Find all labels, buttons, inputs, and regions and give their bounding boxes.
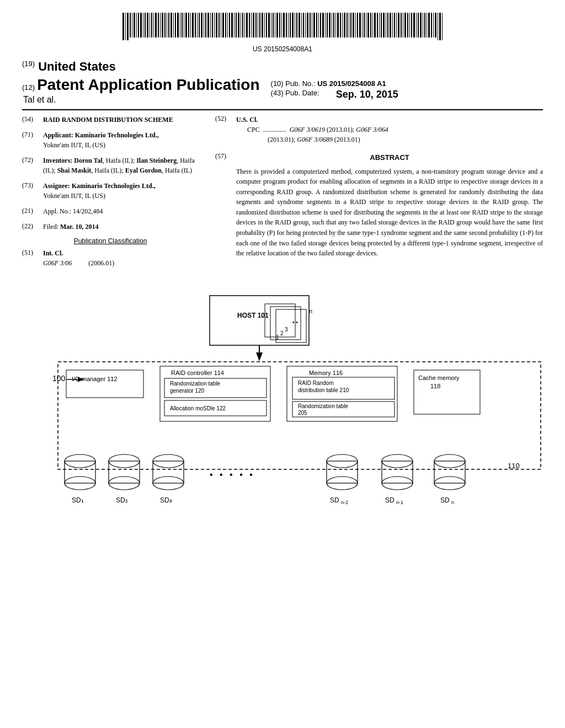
- svg-rect-142: [431, 13, 432, 38]
- svg-rect-31: [190, 13, 191, 38]
- svg-rect-9: [143, 13, 143, 38]
- svg-rect-116: [374, 13, 376, 38]
- field-21-num: (21): [22, 206, 43, 216]
- svg-rect-39: [207, 13, 209, 38]
- svg-rect-134: [413, 13, 415, 38]
- rand-table-205-line2: 205: [298, 410, 307, 416]
- raid-controller-label: RAID controller 114: [171, 370, 224, 376]
- svg-rect-94: [327, 13, 328, 38]
- field-57-content: ABSTRACT There is provided a computerize…: [236, 152, 543, 259]
- svg-rect-118: [379, 13, 380, 38]
- svg-rect-72: [279, 13, 280, 38]
- svg-rect-108: [357, 13, 358, 38]
- pub-no-line: (10) Pub. No.: US 2015/0254008 A1: [271, 79, 398, 88]
- field-72: (72) Inventors: Doron Tal, Haifa (IL); I…: [22, 156, 199, 175]
- svg-rect-34: [197, 13, 198, 38]
- host-label: HOST 101: [237, 312, 269, 319]
- field-71-content: Applicant: Kaminario Technologies Ltd., …: [43, 130, 199, 150]
- inventor-line: Tal et al.: [23, 95, 260, 105]
- svg-rect-8: [140, 13, 142, 38]
- svg-rect-135: [416, 13, 417, 38]
- svg-rect-12: [150, 13, 150, 38]
- svg-rect-52: [236, 13, 237, 38]
- svg-rect-147: [442, 13, 443, 40]
- sdn2-label: SD: [330, 496, 339, 504]
- country-line: (19) United States: [22, 60, 543, 74]
- svg-rect-129: [403, 13, 403, 38]
- field-21-label: Appl. No.:: [43, 207, 71, 215]
- field-57-num: (57): [215, 152, 236, 259]
- field-73-num: (73): [22, 181, 43, 201]
- svg-rect-60: [253, 13, 254, 38]
- svg-rect-54: [241, 13, 241, 38]
- svg-rect-7: [138, 13, 139, 38]
- field-73-label: Assignee:: [43, 182, 70, 190]
- diagram-section: 100 HOST 101 n 3 2 1 • • 110 I/O manager…: [0, 285, 565, 507]
- svg-rect-30: [188, 13, 189, 38]
- sd-dots: • • • • •: [210, 470, 255, 479]
- svg-rect-18: [162, 13, 163, 38]
- svg-rect-98: [335, 13, 336, 38]
- svg-rect-104: [349, 13, 349, 38]
- barcode-image: [117, 10, 448, 43]
- sdn-subscript: n: [451, 500, 454, 505]
- allocation-mod-label: Allocation moSDle 122: [170, 405, 226, 411]
- svg-rect-91: [320, 13, 321, 38]
- pub-date-label: (43) Pub. Date:: [271, 89, 319, 100]
- barcode-section: US 20150254008A1: [0, 0, 565, 60]
- svg-rect-22: [170, 13, 172, 38]
- sdn2-body: [327, 461, 358, 483]
- cpc-value-italic2: G06F 3/064: [356, 126, 388, 133]
- field-57: (57) ABSTRACT There is provided a comput…: [215, 152, 543, 259]
- svg-rect-81: [299, 13, 300, 38]
- svg-rect-86: [310, 13, 311, 38]
- sd3-body: [153, 461, 184, 483]
- label-2: 2: [280, 330, 284, 336]
- field-73-bold: Kaminario Technologies Ltd.,: [72, 182, 156, 190]
- field-71-normal: Yokne'am IUT, IL (US): [43, 141, 105, 149]
- svg-rect-95: [329, 13, 331, 38]
- svg-rect-38: [205, 13, 206, 38]
- svg-rect-133: [411, 13, 412, 38]
- svg-rect-63: [259, 13, 260, 38]
- svg-rect-28: [184, 13, 184, 38]
- svg-rect-46: [222, 13, 224, 38]
- field-54-content: RAID RANDOM DISTRIBUTION SCHEME: [43, 115, 199, 125]
- svg-rect-128: [401, 13, 402, 38]
- sdn1-label: SD: [385, 496, 395, 504]
- patent-app-title: Patent Application Publication: [37, 76, 259, 93]
- svg-rect-68: [271, 13, 271, 38]
- io-manager-box: [66, 370, 143, 398]
- svg-rect-61: [255, 13, 257, 38]
- io-manager-label: I/O manager 112: [72, 376, 118, 382]
- field-21-value: 14/202,484: [73, 207, 103, 215]
- cpc-value-italic1: G06F 3/0619: [290, 126, 325, 133]
- field-51-normal: (2006.01): [88, 259, 114, 267]
- svg-rect-21: [168, 13, 169, 38]
- pub-number-text: US 20150254008A1: [0, 45, 565, 53]
- label-n: n: [309, 308, 312, 314]
- svg-rect-83: [303, 13, 304, 38]
- field-54-num: (54): [22, 115, 43, 125]
- svg-rect-20: [167, 13, 167, 38]
- field-52: (52) U.S. Cl. CPC .............. G06F 3/…: [215, 115, 543, 144]
- field-71-bold: Kaminario Technologies Ltd.,: [75, 131, 159, 139]
- field-73-content: Assignee: Kaminario Technologies Ltd., Y…: [43, 181, 199, 201]
- svg-rect-115: [372, 13, 373, 38]
- patent-label: (12): [22, 83, 35, 92]
- svg-rect-141: [428, 13, 430, 38]
- svg-rect-33: [195, 13, 196, 38]
- svg-rect-2: [127, 13, 129, 40]
- svg-rect-27: [182, 13, 183, 38]
- field-51-italic: G06F 3/06: [43, 259, 72, 267]
- sdn2-subscript: n-2: [341, 500, 348, 505]
- abstract-title: ABSTRACT: [236, 152, 543, 163]
- svg-rect-1: [125, 13, 126, 40]
- svg-rect-24: [175, 13, 176, 38]
- field-71-label: Applicant:: [43, 131, 73, 139]
- field-73-normal: Yokne'am IUT, IL (US): [43, 192, 105, 200]
- cache-memory-line2: 118: [430, 383, 440, 389]
- host-inner-rect1: [276, 309, 306, 342]
- raid-dist-line1: RAID Random: [298, 380, 333, 386]
- pub-date-value: Sep. 10, 2015: [336, 89, 398, 100]
